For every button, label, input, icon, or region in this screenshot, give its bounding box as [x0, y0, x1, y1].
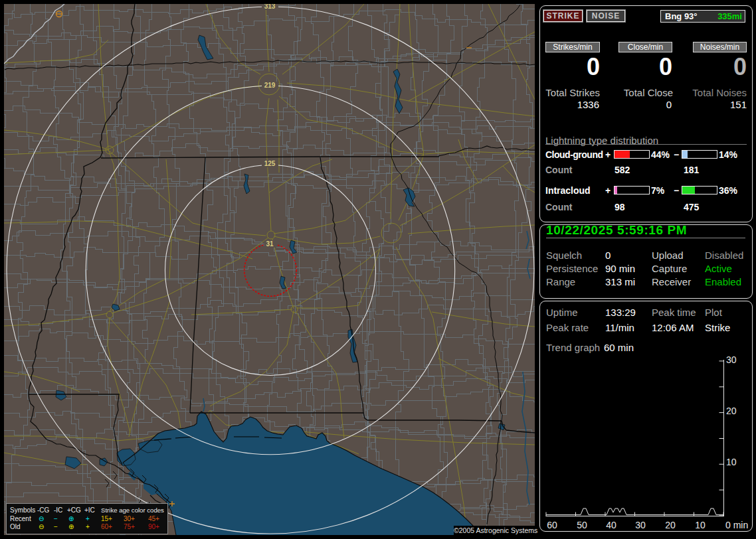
svg-text:10: 10: [695, 520, 706, 530]
svg-text:10: 10: [726, 457, 737, 467]
svg-text:30: 30: [635, 520, 646, 530]
svg-text:30: 30: [726, 354, 737, 365]
svg-text:50: 50: [577, 520, 587, 530]
svg-text:20: 20: [665, 520, 676, 530]
svg-text:40: 40: [606, 520, 616, 530]
svg-text:20: 20: [726, 406, 737, 416]
svg-text:0 min: 0 min: [725, 520, 748, 530]
svg-text:60: 60: [547, 520, 557, 530]
